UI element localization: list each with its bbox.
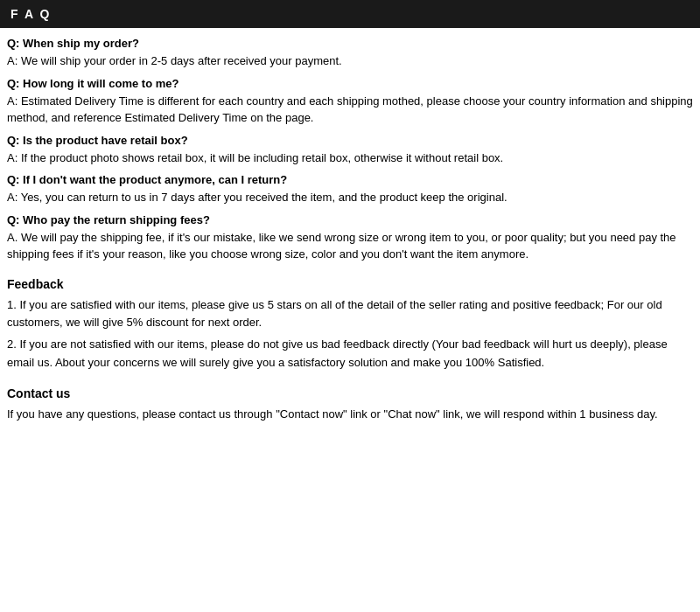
contact-section: Contact us If you have any questions, pl… <box>7 386 693 424</box>
faq-question-1: Q: When ship my order? <box>7 37 693 50</box>
faq-answer-2: A: Estimated Delivery Time is different … <box>7 93 693 127</box>
faq-question-3: Q: Is the product have retail box? <box>7 134 693 147</box>
feedback-section: Feedback 1. If you are satisfied with ou… <box>7 277 693 372</box>
feedback-point-2: 2. If you are not satisfied with our ite… <box>7 336 693 372</box>
faq-answer-5: A. We will pay the shipping fee, if it's… <box>7 229 693 263</box>
faq-header: F A Q <box>0 0 700 28</box>
faq-section: Q: When ship my order? A: We will ship y… <box>7 37 693 263</box>
faq-answer-4: A: Yes, you can return to us in 7 days a… <box>7 189 693 206</box>
contact-title: Contact us <box>7 386 693 400</box>
faq-item-3: Q: Is the product have retail box? A: If… <box>7 134 693 167</box>
faq-answer-1: A: We will ship your order in 2-5 days a… <box>7 52 693 70</box>
faq-item-5: Q: Who pay the return shipping fees? A. … <box>7 213 693 263</box>
faq-question-4: Q: If I don't want the product anymore, … <box>7 173 693 186</box>
faq-answer-3: A: If the product photo shows retail box… <box>7 150 693 167</box>
feedback-point-1: 1. If you are satisfied with our items, … <box>7 296 693 333</box>
faq-question-2: Q: How long it will come to me? <box>7 77 693 90</box>
contact-text: If you have any questions, please contac… <box>7 406 693 424</box>
faq-item-2: Q: How long it will come to me? A: Estim… <box>7 77 693 127</box>
feedback-title: Feedback <box>7 277 693 291</box>
faq-item-4: Q: If I don't want the product anymore, … <box>7 173 693 206</box>
faq-item-1: Q: When ship my order? A: We will ship y… <box>7 37 693 70</box>
faq-question-5: Q: Who pay the return shipping fees? <box>7 213 693 226</box>
